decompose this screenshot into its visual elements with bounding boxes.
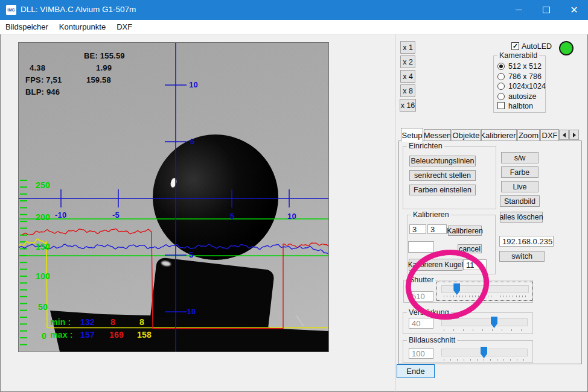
radio-512x512-label: 512 x 512 — [508, 62, 542, 71]
menu-bildspeicher[interactable]: Bildspeicher — [0, 22, 54, 31]
overlay-be-value: BE: 155.59 — [84, 51, 125, 60]
overlay-fps: FPS: 7,51 — [25, 75, 62, 84]
shutter-value-input[interactable]: 510 — [409, 291, 433, 302]
kalibrieren-group-label: Kalibrieren — [411, 210, 451, 219]
overlay-value-2: 1.99 — [96, 63, 112, 72]
tab-zoom[interactable]: Zoom — [517, 129, 540, 141]
ip-address-input[interactable]: 192.168.0.235 — [499, 236, 554, 247]
scale-label-250: 250 — [36, 180, 50, 190]
maximize-icon — [543, 7, 550, 13]
panel-divider — [395, 34, 395, 392]
live-button[interactable]: Live — [501, 181, 538, 192]
shutter-slider[interactable] — [441, 285, 529, 293]
menu-konturpunkte[interactable]: Konturpunkte — [54, 22, 111, 31]
tab-setup[interactable]: Setup — [401, 128, 423, 142]
kamerabild-group-label: Kamerabild — [497, 51, 539, 60]
tab-scroll-right-button[interactable] — [569, 130, 579, 140]
shutter-slider-ticks — [441, 296, 529, 298]
app-icon: IMG — [6, 5, 16, 15]
radio-autosize[interactable] — [497, 93, 505, 100]
zoom-x8-button[interactable]: x 8 — [400, 84, 415, 97]
zoom-x4-button[interactable]: x 4 — [400, 70, 415, 83]
title-bar: IMG DLL: VIMBA.C Alvium G1-507m ✕ — [0, 0, 588, 20]
standbild-button[interactable]: Standbild — [500, 195, 540, 207]
scale-label-100: 100 — [36, 271, 50, 281]
einrichten-group-label: Einrichten — [407, 142, 444, 150]
beleuchtungslinien-button[interactable]: Beleuchtungslinien — [409, 156, 476, 166]
kugel-value-input[interactable]: 11 — [463, 259, 487, 270]
camera-image-view[interactable]: BE: 155.59 4.38 1.99 FPS: 7,51 159.58 BL… — [18, 42, 329, 352]
menu-bar: Bildspeicher Konturpunkte DXF — [0, 20, 588, 34]
verstaerkung-group-label: Verstärkung — [407, 308, 451, 317]
stats-min-blue: 132 — [80, 317, 95, 327]
farben-einstellen-button[interactable]: Farben einstellen — [409, 185, 476, 195]
measurement-overlay — [19, 43, 328, 352]
haxis-label-5: 5 — [230, 212, 234, 221]
bildausschnitt-group-label: Bildausschnitt — [407, 336, 457, 344]
switch-button[interactable]: switch — [499, 251, 545, 262]
tab-scroll-left-button[interactable] — [559, 130, 569, 140]
kalibrieren-kugel-button[interactable]: Kalibrieren Kugel — [409, 259, 462, 271]
cancel-button[interactable]: cancel — [458, 244, 482, 253]
menu-dxf[interactable]: DXF — [111, 22, 138, 31]
vaxis-label-10: 10 — [189, 80, 198, 89]
overlay-value-1: 4.38 — [30, 63, 45, 72]
scale-label-0: 0 — [42, 331, 46, 341]
bildausschnitt-slider-ticks — [441, 359, 528, 361]
stats-max-yellow: 158 — [137, 330, 152, 340]
radio-786x786[interactable] — [497, 73, 505, 80]
tab-messen[interactable]: Messen — [424, 129, 451, 141]
verstaerkung-slider[interactable] — [441, 318, 528, 326]
close-button[interactable]: ✕ — [560, 0, 588, 20]
bildausschnitt-value-input[interactable]: 100 — [409, 348, 433, 359]
alles-loeschen-button[interactable]: alles löschen — [500, 212, 543, 223]
stats-max-blue: 157 — [80, 330, 95, 340]
minimize-button[interactable] — [505, 0, 532, 20]
verstaerkung-slider-ticks — [441, 329, 528, 332]
overlay-blp: BLP: 946 — [25, 87, 60, 96]
tab-objekte[interactable]: Objekte — [452, 129, 481, 141]
app-window: IMG DLL: VIMBA.C Alvium G1-507m ✕ Bildsp… — [0, 0, 588, 392]
stats-max-label: max : — [50, 330, 73, 340]
vaxis-label-neg5: 5 — [189, 250, 193, 259]
radio-autosize-label: autosize — [508, 92, 537, 101]
halbton-label: halbton — [508, 102, 533, 110]
zoom-x16-button[interactable]: x 16 — [400, 99, 416, 112]
senkrecht-stellen-button[interactable]: senkrecht stellen — [409, 170, 476, 181]
haxis-label-neg5: -5 — [112, 210, 120, 220]
stats-min-label: min : — [50, 317, 71, 327]
zoom-x2-button[interactable]: x 2 — [400, 55, 415, 68]
bildausschnitt-slider[interactable] — [441, 349, 528, 356]
autoled-label: AutoLED — [522, 42, 552, 51]
radio-1024x1024-label: 1024x1024 — [508, 82, 546, 90]
kalibrieren-input-2[interactable]: 3 — [427, 224, 447, 234]
farbe-button[interactable]: Farbe — [501, 166, 538, 178]
maximize-button[interactable] — [532, 0, 560, 20]
radio-1024x1024[interactable] — [497, 83, 505, 90]
overlay-value-3: 159.58 — [86, 75, 111, 84]
tab-kalibrieren[interactable]: Kalibrieren — [481, 129, 517, 141]
scale-label-200: 200 — [36, 212, 50, 222]
verstaerkung-value-input[interactable]: 40 — [409, 318, 433, 329]
tab-dxf[interactable]: DXF — [540, 129, 559, 141]
ende-button[interactable]: Ende — [397, 364, 435, 378]
stats-min-yellow: 8 — [139, 317, 144, 327]
scale-label-150: 150 — [36, 242, 50, 251]
kalibrieren-input-3[interactable] — [408, 241, 434, 253]
chevron-right-icon — [573, 133, 576, 138]
scale-label-50: 50 — [38, 302, 48, 312]
kalibrieren-input-1[interactable]: 3 — [409, 224, 426, 234]
zoom-x1-button[interactable]: x 1 — [400, 41, 415, 54]
kalibrieren-button[interactable]: Kalibrieren — [448, 226, 482, 236]
haxis-label-10: 10 — [287, 212, 296, 221]
haxis-label-neg10: -10 — [55, 210, 66, 220]
vaxis-label-5: 5 — [190, 137, 194, 146]
halbton-checkbox[interactable] — [497, 102, 505, 109]
autoled-checkbox[interactable]: ✓ — [511, 42, 519, 50]
vaxis-label-neg10: -10 — [184, 307, 196, 316]
sw-button[interactable]: s/w — [501, 152, 538, 163]
window-title: DLL: VIMBA.C Alvium G1-507m — [21, 5, 136, 14]
led-status-indicator — [559, 41, 574, 55]
radio-512x512[interactable] — [497, 63, 505, 70]
radio-786x786-label: 786 x 786 — [508, 72, 542, 81]
